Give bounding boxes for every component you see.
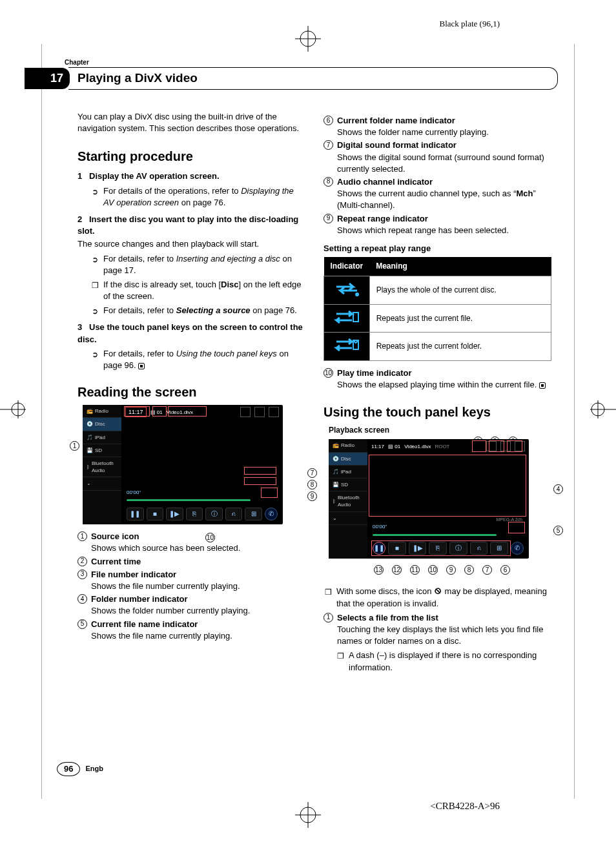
heading-using-keys: Using the touch panel keys <box>323 403 551 421</box>
using-note: ❐ With some discs, the icon 🛇 may be dis… <box>325 586 551 609</box>
t: Inserting and ejecting a disc <box>176 254 280 263</box>
circ: 3 <box>77 570 87 579</box>
u-pink-1 <box>472 440 486 452</box>
ss-close-icon <box>269 407 279 417</box>
reading-item-label: Digital sound format indicator <box>337 139 551 151</box>
reading-item-desc: Shows which source has been selected. <box>91 542 305 554</box>
repeat-row: Repeats just the current folder. <box>324 333 551 361</box>
step2-note1: ➲ For details, refer to Inserting and ej… <box>92 253 305 276</box>
t: For details, refer to <box>103 305 176 315</box>
using-screenshot: 📻 Radio 💿 Disc 🎵 iPad 💾 SD ᛒ Bluetooth A… <box>329 439 529 559</box>
pink-8 <box>244 477 276 485</box>
step3-note: ➲ For details, refer to Using the touch … <box>92 348 305 371</box>
item10-desc: Shows the elapsed playing time within th… <box>337 379 551 391</box>
using-1-sub: ❐A dash (–) is displayed if there is no … <box>337 650 551 673</box>
reading-item-label: Current folder name indicator <box>337 115 551 127</box>
ss2-sd: 💾 SD <box>329 479 367 491</box>
circ: 6 <box>323 116 333 125</box>
intro-text: You can play a DivX disc using the built… <box>77 111 305 134</box>
u-pink-4 <box>369 455 526 517</box>
playback-label: Playback screen <box>329 425 551 436</box>
reading-screenshot: 📻 Radio 💿 Disc 🎵 iPad 💾 SD ᛒ Bluetooth A… <box>83 405 283 524</box>
t: Using the touch panel keys <box>176 349 277 358</box>
pink-9 <box>261 488 278 498</box>
ss-b2: ⓘ <box>205 508 223 520</box>
reading-item: 4 Folder number indicator Shows the fold… <box>77 593 305 617</box>
ss-grid: ⊞ <box>245 508 262 520</box>
using-1-label: Selects a file from the list <box>337 612 551 624</box>
u-pink-3 <box>507 440 522 452</box>
ss-search-icon <box>240 407 251 417</box>
reading-item: 5 Current file name indicator Shows the … <box>77 619 305 642</box>
refer-icon: ➲ <box>92 349 98 360</box>
ss-src-more: ⌄ <box>83 477 121 490</box>
reading-item-desc: Shows which repeat range has been select… <box>337 225 551 236</box>
ss-b3: ⎌ <box>225 508 243 520</box>
step3-title: Use the touch panel keys on the screen t… <box>77 322 303 344</box>
using-1-desc: Touching the key displays the list which… <box>337 624 551 647</box>
using-item-1: 1 Selects a file from the list Touching … <box>323 612 551 676</box>
circ: 9 <box>323 214 333 223</box>
u-callout-10b: 10 <box>428 565 438 575</box>
t: For details, refer to <box>103 254 176 263</box>
ss2-ch: 2ch <box>515 517 522 522</box>
ss-phone: ✆ <box>265 508 278 520</box>
reading-item-label: Audio channel indicator <box>337 176 551 188</box>
reading-item: 1 Source icon Shows which source has bee… <box>77 531 305 554</box>
reading-item: 2 Current time <box>77 556 305 568</box>
heading-reading-screen: Reading the screen <box>77 383 305 401</box>
ss-src-radio: 📻 Radio <box>83 405 121 418</box>
circ: 7 <box>323 140 333 150</box>
u-callout-9: 9 <box>446 565 456 575</box>
ss-t1: 00'00" <box>127 489 141 495</box>
t: For details of the operations, refer to <box>103 186 241 196</box>
svg-rect-13 <box>353 313 358 322</box>
ss2-more: ⌄ <box>329 512 367 525</box>
t: For details, refer to <box>103 349 176 358</box>
t: A dash (–) is displayed if there is no c… <box>349 650 537 672</box>
plate-label: Black plate (96,1) <box>440 18 500 30</box>
repeat-meaning: Repeats just the current file. <box>369 304 551 333</box>
circ: 1 <box>77 531 87 541</box>
chapter-bar: 17 Playing a DivX video <box>25 67 558 90</box>
repeat-table: IndicatorMeaning Plays the whole of the … <box>323 257 551 361</box>
ss2-phone: ✆ <box>511 542 524 555</box>
step2-note2: ❐ If the disc is already set, touch [Dis… <box>92 279 305 302</box>
callout-7: 7 <box>307 468 317 478</box>
ss-pause: ❚❚ <box>127 508 144 520</box>
chapter-number: 17 <box>25 68 70 89</box>
pink-fname <box>168 406 207 417</box>
refer-icon: ➲ <box>92 187 98 198</box>
u-callout-7: 7 <box>482 565 492 575</box>
crop-mark-left <box>0 400 26 422</box>
reading-item-label: Current time <box>91 556 305 568</box>
reading-enum-col2: 6 Current folder name indicator Shows th… <box>323 115 551 236</box>
callout-10: 10 <box>205 533 215 542</box>
repeat-meaning: Repeats just the current folder. <box>369 333 551 361</box>
end-section-icon <box>539 382 546 389</box>
t: With some discs, the icon <box>336 586 434 596</box>
reading-item: 8 Audio channel indicator Shows the curr… <box>323 176 551 212</box>
circ: 2 <box>77 557 87 566</box>
reading-item: 3 File number indicator Shows the file n… <box>77 569 305 592</box>
repeat-icon <box>333 279 361 298</box>
circ: 4 <box>77 594 87 604</box>
reading-item-label: Folder number indicator <box>91 593 305 605</box>
repeat-th2: Meaning <box>369 257 551 276</box>
chapter-label: Chapter <box>65 58 89 67</box>
note-icon: ❐ <box>92 280 99 291</box>
callout-1: 1 <box>70 441 79 451</box>
u-callout-8: 8 <box>464 565 474 575</box>
t: Selecting a source <box>176 305 251 315</box>
ss-b1: ⎘ <box>186 508 203 520</box>
repeat-row: Repeats just the current file. <box>324 304 551 333</box>
crop-mark-right <box>590 400 616 422</box>
lang-label: Engb <box>85 764 103 774</box>
reading-item-desc: Shows the folder name currently playing. <box>337 127 551 138</box>
repeat-icon-cell <box>324 304 370 333</box>
reading-item-desc: Shows the digital sound format (surround… <box>337 152 551 175</box>
circ: 5 <box>77 619 87 629</box>
repeat-th1: Indicator <box>324 257 370 276</box>
t: on page 76. <box>179 198 225 207</box>
u-pink-btns <box>371 540 511 556</box>
